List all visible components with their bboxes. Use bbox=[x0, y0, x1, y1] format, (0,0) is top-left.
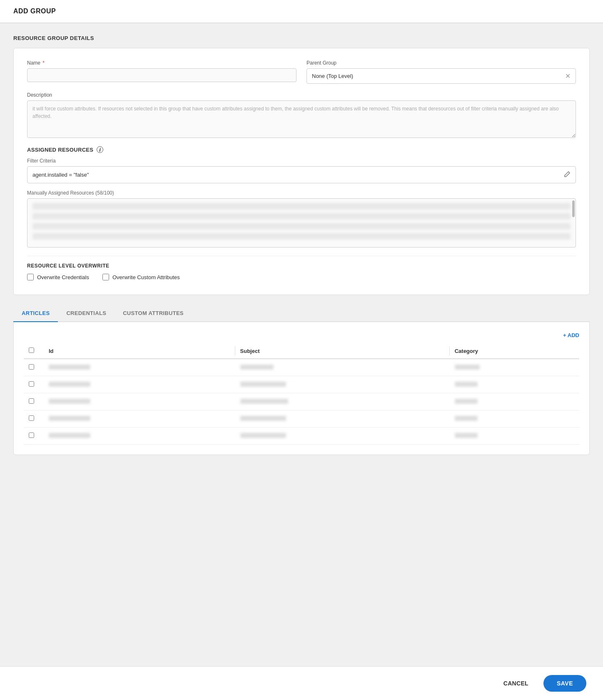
tab-toolbar: + ADD bbox=[24, 329, 579, 343]
overwrite-options: Overwrite Credentials Overwrite Custom A… bbox=[27, 274, 576, 283]
row-id bbox=[49, 382, 90, 387]
row-id bbox=[49, 433, 90, 438]
header-id-col: Id bbox=[44, 343, 235, 359]
filter-criteria-box[interactable]: agent.installed = "false" bbox=[27, 166, 576, 183]
row-subject bbox=[240, 399, 288, 404]
row-checkbox[interactable] bbox=[29, 415, 34, 421]
row-category bbox=[455, 433, 478, 438]
edit-icon[interactable] bbox=[564, 171, 571, 179]
tab-custom-attributes[interactable]: CUSTOM ATTRIBUTES bbox=[115, 305, 192, 322]
tab-content-articles: + ADD Id Subject bbox=[13, 322, 590, 455]
select-all-checkbox[interactable] bbox=[29, 348, 34, 353]
info-icon[interactable]: i bbox=[97, 146, 103, 153]
table-row bbox=[24, 410, 579, 428]
tab-articles[interactable]: ARTICLES bbox=[13, 305, 58, 322]
tab-credentials[interactable]: CREDENTIALS bbox=[58, 305, 115, 322]
name-field-group: Name * bbox=[27, 60, 297, 84]
resource-row-2 bbox=[32, 213, 571, 220]
row-category bbox=[455, 382, 478, 387]
row-subject bbox=[240, 433, 286, 438]
row-category bbox=[455, 365, 480, 370]
row-id bbox=[49, 365, 90, 370]
table-row bbox=[24, 428, 579, 445]
header-category-col: Category bbox=[450, 343, 579, 359]
parent-group-select[interactable]: None (Top Level) ✕ bbox=[306, 68, 576, 84]
table-header-row: Id Subject Category bbox=[24, 343, 579, 359]
header-checkbox-col bbox=[24, 343, 44, 359]
page-title: ADD GROUP bbox=[13, 8, 590, 15]
overwrite-credentials-option[interactable]: Overwrite Credentials bbox=[27, 274, 89, 280]
resource-row-3 bbox=[32, 223, 571, 230]
row-id bbox=[49, 416, 90, 421]
articles-table: Id Subject Category bbox=[24, 343, 579, 445]
save-button[interactable]: SAVE bbox=[543, 675, 586, 692]
assigned-resources-title: ASSIGNED RESOURCES bbox=[27, 147, 93, 153]
description-field-group: Description it will force custom attribu… bbox=[27, 92, 576, 138]
row-checkbox[interactable] bbox=[29, 398, 34, 404]
overwrite-credentials-label: Overwrite Credentials bbox=[37, 274, 89, 280]
overwrite-credentials-checkbox[interactable] bbox=[27, 274, 34, 280]
scrollbar-thumb[interactable] bbox=[572, 200, 575, 217]
table-row bbox=[24, 359, 579, 376]
resource-row-4 bbox=[32, 233, 571, 240]
row-subject bbox=[240, 382, 286, 387]
filter-criteria-label: Filter Criteria bbox=[27, 158, 576, 164]
row-checkbox[interactable] bbox=[29, 364, 34, 370]
overwrite-custom-attrs-checkbox[interactable] bbox=[102, 274, 109, 280]
resource-group-card: Name * Parent Group None (Top Level) ✕ D… bbox=[13, 48, 590, 295]
row-subject bbox=[240, 416, 286, 421]
name-input[interactable] bbox=[27, 68, 297, 82]
table-row bbox=[24, 376, 579, 393]
tabs-container: ARTICLES CREDENTIALS CUSTOM ATTRIBUTES +… bbox=[13, 305, 590, 455]
page-wrapper: ADD GROUP RESOURCE GROUP DETAILS Name * … bbox=[0, 0, 603, 700]
cancel-button[interactable]: CANCEL bbox=[495, 675, 537, 692]
clear-icon[interactable]: ✕ bbox=[565, 72, 571, 80]
tabs-header: ARTICLES CREDENTIALS CUSTOM ATTRIBUTES bbox=[13, 305, 590, 322]
page-footer: CANCEL SAVE bbox=[0, 666, 603, 700]
page-header: ADD GROUP bbox=[0, 0, 603, 23]
name-label: Name * bbox=[27, 60, 297, 66]
manually-assigned-label: Manually Assigned Resources (58/100) bbox=[27, 190, 576, 196]
row-id bbox=[49, 399, 90, 404]
description-label: Description bbox=[27, 92, 576, 98]
required-indicator: * bbox=[42, 60, 45, 66]
articles-table-body bbox=[24, 359, 579, 445]
parent-group-field-group: Parent Group None (Top Level) ✕ bbox=[306, 60, 576, 84]
name-parentgroup-row: Name * Parent Group None (Top Level) ✕ bbox=[27, 60, 576, 84]
overwrite-section: RESOURCE LEVEL OVERWRITE Overwrite Crede… bbox=[27, 256, 576, 283]
overwrite-custom-attrs-label: Overwrite Custom Attributes bbox=[112, 274, 180, 280]
add-button[interactable]: + ADD bbox=[563, 332, 579, 338]
header-subject-col: Subject bbox=[235, 343, 450, 359]
parent-group-label: Parent Group bbox=[306, 60, 576, 66]
section-title-resource-group: RESOURCE GROUP DETAILS bbox=[13, 35, 590, 41]
table-row bbox=[24, 393, 579, 410]
resources-box bbox=[27, 198, 576, 248]
filter-criteria-value: agent.installed = "false" bbox=[32, 172, 89, 178]
row-category bbox=[455, 399, 478, 404]
row-checkbox[interactable] bbox=[29, 432, 34, 438]
row-category bbox=[455, 416, 478, 421]
resource-row-1 bbox=[32, 203, 571, 210]
assigned-resources-header: ASSIGNED RESOURCES i bbox=[27, 146, 576, 153]
page-content: RESOURCE GROUP DETAILS Name * Parent Gro… bbox=[0, 23, 603, 700]
row-checkbox[interactable] bbox=[29, 381, 34, 387]
parent-group-value: None (Top Level) bbox=[312, 73, 353, 79]
overwrite-custom-attrs-option[interactable]: Overwrite Custom Attributes bbox=[102, 274, 180, 280]
description-textarea[interactable]: it will force custom attributes. If reso… bbox=[27, 100, 576, 138]
overwrite-title: RESOURCE LEVEL OVERWRITE bbox=[27, 263, 576, 269]
row-subject bbox=[240, 365, 274, 370]
